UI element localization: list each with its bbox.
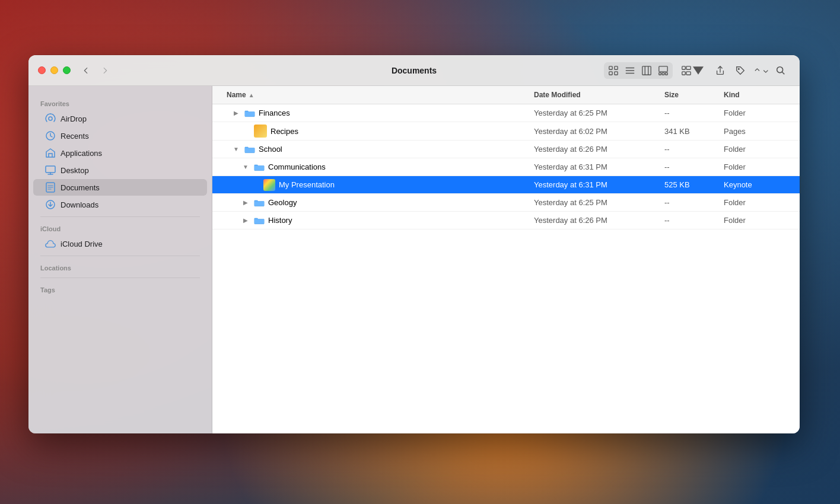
table-row[interactable]: ▶ Geology Yesterday at 6:25 PM -- Folder [212, 194, 800, 212]
forward-button[interactable] [97, 62, 113, 79]
gallery-view-button[interactable] [655, 63, 672, 78]
size-column-header[interactable]: Size [660, 86, 719, 104]
search-button[interactable] [771, 61, 790, 80]
sidebar-item-recents[interactable]: Recents [33, 127, 207, 144]
size-cell: -- [660, 160, 719, 174]
divider-1 [40, 216, 200, 217]
size-cell: -- [660, 142, 719, 156]
documents-icon [45, 182, 56, 193]
size-cell: -- [660, 106, 719, 120]
date-cell: Yesterday at 6:31 PM [529, 178, 660, 192]
table-row[interactable]: ▶ Recipes Yesterday at 6:02 PM 341 KB Pa… [212, 122, 800, 141]
maximize-button[interactable] [63, 66, 71, 74]
icon-view-button[interactable] [605, 63, 622, 78]
favorites-label: Favorites [28, 95, 212, 110]
keynote-icon [263, 179, 275, 191]
svg-rect-1 [615, 66, 618, 69]
date-cell: Yesterday at 6:31 PM [529, 160, 660, 174]
applications-icon [45, 148, 56, 158]
date-cell: Yesterday at 6:25 PM [529, 106, 660, 120]
documents-label: Documents [61, 183, 100, 192]
kind-cell: Folder [719, 106, 790, 120]
svg-rect-2 [609, 71, 612, 74]
kind-cell: Pages [719, 125, 790, 138]
airdrop-icon [45, 113, 56, 124]
svg-rect-13 [666, 72, 668, 75]
size-cell: 525 KB [660, 178, 719, 192]
folder-icon [254, 216, 265, 225]
file-list: ▶ Finances Yesterday at 6:25 PM -- Folde… [212, 104, 800, 433]
collapse-icon: ▼ [231, 145, 241, 154]
group-by-button[interactable] [677, 61, 707, 80]
overflow-button[interactable] [751, 61, 770, 80]
date-cell: Yesterday at 6:02 PM [529, 125, 660, 138]
window-body: Favorites AirDrop [28, 86, 800, 433]
kind-cell: Folder [719, 142, 790, 156]
divider-3 [40, 277, 200, 278]
close-button[interactable] [38, 66, 46, 74]
svg-rect-23 [46, 166, 55, 173]
folder-icon [244, 109, 255, 117]
icloud-icon [45, 238, 56, 249]
expand-icon: ▶ [241, 216, 250, 225]
column-header: Name ▲ Date Modified Size Kind [212, 86, 800, 104]
svg-rect-17 [686, 71, 691, 74]
airdrop-label: AirDrop [61, 114, 87, 123]
collapse-icon: ▼ [241, 162, 250, 172]
table-row[interactable]: ▼ School Yesterday at 6:26 PM -- Folder [212, 141, 800, 158]
sidebar: Favorites AirDrop [28, 86, 212, 433]
main-content: Name ▲ Date Modified Size Kind ▶ [212, 86, 800, 433]
desktop-label: Desktop [61, 166, 89, 175]
svg-rect-9 [642, 66, 651, 74]
size-cell: -- [660, 213, 719, 227]
sidebar-item-desktop[interactable]: Desktop [33, 162, 207, 178]
recents-icon [45, 130, 56, 141]
locations-label: Locations [28, 260, 212, 274]
date-column-header[interactable]: Date Modified [529, 86, 660, 104]
table-row[interactable]: ▶ Finances Yesterday at 6:25 PM -- Folde… [212, 104, 800, 122]
desktop-icon [45, 165, 56, 176]
svg-point-18 [738, 68, 739, 69]
traffic-lights [38, 66, 71, 74]
sidebar-item-documents[interactable]: Documents [33, 179, 207, 196]
navigation-arrows [78, 62, 113, 79]
list-view-button[interactable] [622, 63, 638, 78]
svg-rect-14 [682, 66, 685, 69]
view-options-group [604, 62, 673, 79]
tag-button[interactable] [731, 61, 750, 80]
size-cell: -- [660, 196, 719, 209]
share-button[interactable] [711, 61, 730, 80]
downloads-icon [45, 199, 56, 210]
table-row[interactable]: ▶ My Presentation Yesterday at 6:31 PM 5… [212, 176, 800, 194]
svg-rect-16 [686, 66, 691, 69]
table-row[interactable]: ▶ History Yesterday at 6:26 PM -- Folder [212, 212, 800, 229]
window-title: Documents [392, 66, 437, 75]
kind-cell: Folder [719, 213, 790, 227]
icloud-drive-label: iCloud Drive [61, 240, 103, 248]
tags-label: Tags [28, 282, 212, 296]
date-cell: Yesterday at 6:26 PM [529, 213, 660, 227]
name-column-header[interactable]: Name ▲ [222, 86, 529, 104]
kind-column-header[interactable]: Kind [719, 86, 790, 104]
titlebar: Documents [28, 55, 800, 86]
sidebar-item-airdrop[interactable]: AirDrop [33, 110, 207, 127]
svg-rect-15 [682, 71, 685, 74]
column-view-button[interactable] [638, 63, 655, 78]
back-button[interactable] [78, 62, 94, 79]
svg-rect-3 [615, 71, 618, 74]
minimize-button[interactable] [50, 66, 58, 74]
pages-icon [254, 125, 267, 138]
svg-rect-12 [662, 72, 664, 75]
folder-icon [244, 145, 255, 154]
finder-window: Documents [28, 55, 800, 433]
table-row[interactable]: ▼ Communications Yesterday at 6:31 PM --… [212, 158, 800, 176]
svg-point-21 [49, 117, 52, 120]
kind-cell: Folder [719, 196, 790, 209]
sidebar-item-icloud-drive[interactable]: iCloud Drive [33, 235, 207, 252]
sidebar-item-downloads[interactable]: Downloads [33, 196, 207, 213]
folder-icon [254, 163, 265, 171]
size-cell: 341 KB [660, 125, 719, 138]
sidebar-item-applications[interactable]: Applications [33, 145, 207, 161]
sort-arrow-icon: ▲ [249, 92, 254, 98]
expand-icon: ▶ [241, 198, 250, 208]
